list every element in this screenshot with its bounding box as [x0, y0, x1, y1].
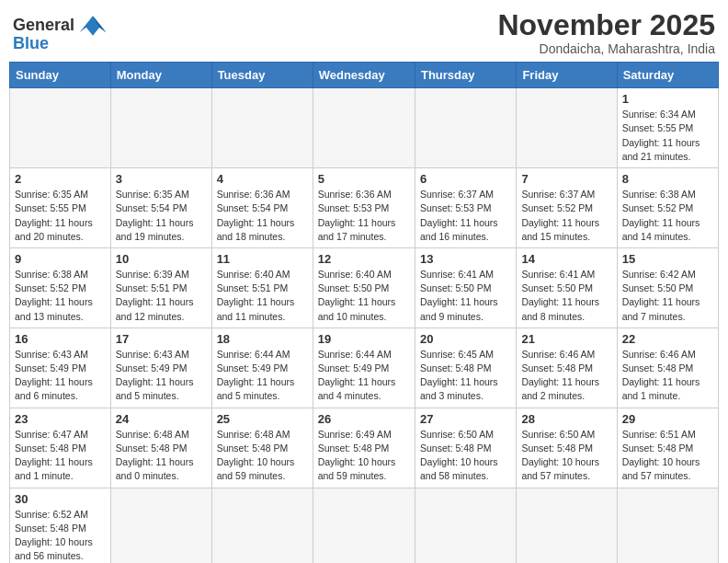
logo-bird-icon [76, 9, 109, 42]
calendar-cell: 3Sunrise: 6:35 AM Sunset: 5:54 PM Daylig… [110, 168, 211, 248]
calendar-cell [617, 488, 718, 563]
calendar-cell [415, 88, 516, 168]
day-info: Sunrise: 6:37 AM Sunset: 5:53 PM Dayligh… [420, 188, 511, 244]
day-info: Sunrise: 6:39 AM Sunset: 5:51 PM Dayligh… [116, 268, 207, 324]
calendar-cell [110, 88, 211, 168]
day-info: Sunrise: 6:51 AM Sunset: 5:48 PM Dayligh… [622, 428, 713, 484]
day-info: Sunrise: 6:47 AM Sunset: 5:48 PM Dayligh… [15, 428, 106, 484]
calendar-table: SundayMondayTuesdayWednesdayThursdayFrid… [9, 62, 719, 563]
calendar-cell [10, 88, 111, 168]
weekday-header-saturday: Saturday [617, 63, 718, 88]
day-info: Sunrise: 6:50 AM Sunset: 5:48 PM Dayligh… [420, 428, 511, 484]
calendar-cell: 24Sunrise: 6:48 AM Sunset: 5:48 PM Dayli… [110, 408, 211, 488]
day-number: 13 [420, 252, 511, 266]
day-info: Sunrise: 6:38 AM Sunset: 5:52 PM Dayligh… [622, 188, 713, 244]
calendar-cell [211, 88, 313, 168]
day-info: Sunrise: 6:42 AM Sunset: 5:50 PM Dayligh… [622, 268, 713, 324]
day-number: 30 [15, 492, 106, 506]
logo-text: General [13, 17, 74, 35]
day-number: 21 [521, 332, 611, 346]
weekday-header-row: SundayMondayTuesdayWednesdayThursdayFrid… [10, 63, 719, 88]
day-number: 9 [15, 252, 106, 266]
day-number: 15 [622, 252, 713, 266]
calendar-cell: 30Sunrise: 6:52 AM Sunset: 5:48 PM Dayli… [10, 488, 111, 563]
day-number: 17 [116, 332, 207, 346]
day-number: 8 [622, 172, 713, 186]
day-info: Sunrise: 6:52 AM Sunset: 5:48 PM Dayligh… [15, 508, 106, 563]
day-info: Sunrise: 6:43 AM Sunset: 5:49 PM Dayligh… [116, 348, 207, 404]
calendar-cell [517, 488, 617, 563]
day-number: 11 [217, 252, 308, 266]
day-info: Sunrise: 6:40 AM Sunset: 5:50 PM Dayligh… [318, 268, 410, 324]
calendar-cell: 19Sunrise: 6:44 AM Sunset: 5:49 PM Dayli… [313, 327, 415, 408]
day-info: Sunrise: 6:48 AM Sunset: 5:48 PM Dayligh… [116, 428, 207, 484]
weekday-header-wednesday: Wednesday [313, 63, 415, 88]
calendar-cell: 12Sunrise: 6:40 AM Sunset: 5:50 PM Dayli… [313, 247, 415, 327]
calendar-cell: 5Sunrise: 6:36 AM Sunset: 5:53 PM Daylig… [313, 168, 415, 248]
day-number: 18 [217, 332, 308, 346]
weekday-header-monday: Monday [110, 63, 211, 88]
logo-blue-text: Blue [13, 35, 49, 53]
calendar-cell: 15Sunrise: 6:42 AM Sunset: 5:50 PM Dayli… [617, 247, 718, 327]
day-info: Sunrise: 6:41 AM Sunset: 5:50 PM Dayligh… [420, 268, 511, 324]
day-number: 23 [15, 412, 106, 426]
day-number: 1 [622, 92, 713, 106]
calendar-cell [517, 88, 617, 168]
day-info: Sunrise: 6:49 AM Sunset: 5:48 PM Dayligh… [318, 428, 410, 484]
day-info: Sunrise: 6:48 AM Sunset: 5:48 PM Dayligh… [217, 428, 308, 484]
day-number: 25 [217, 412, 308, 426]
day-info: Sunrise: 6:37 AM Sunset: 5:52 PM Dayligh… [521, 188, 611, 244]
calendar-cell: 22Sunrise: 6:46 AM Sunset: 5:48 PM Dayli… [617, 327, 718, 408]
month-title: November 2025 [497, 9, 715, 41]
calendar-cell: 9Sunrise: 6:38 AM Sunset: 5:52 PM Daylig… [10, 247, 111, 327]
calendar-cell: 23Sunrise: 6:47 AM Sunset: 5:48 PM Dayli… [10, 408, 111, 488]
weekday-header-thursday: Thursday [415, 63, 516, 88]
day-number: 26 [318, 412, 410, 426]
calendar-cell: 7Sunrise: 6:37 AM Sunset: 5:52 PM Daylig… [517, 168, 617, 248]
calendar-cell: 21Sunrise: 6:46 AM Sunset: 5:48 PM Dayli… [517, 327, 617, 408]
calendar-cell [415, 488, 516, 563]
day-info: Sunrise: 6:40 AM Sunset: 5:51 PM Dayligh… [217, 268, 308, 324]
logo: General Blue [13, 9, 109, 53]
week-row-1: 1Sunrise: 6:34 AM Sunset: 5:55 PM Daylig… [10, 88, 719, 168]
day-info: Sunrise: 6:34 AM Sunset: 5:55 PM Dayligh… [622, 108, 713, 164]
calendar-cell: 13Sunrise: 6:41 AM Sunset: 5:50 PM Dayli… [415, 247, 516, 327]
calendar-cell [110, 488, 211, 563]
calendar-cell: 16Sunrise: 6:43 AM Sunset: 5:49 PM Dayli… [10, 327, 111, 408]
day-number: 29 [622, 412, 713, 426]
calendar-cell: 10Sunrise: 6:39 AM Sunset: 5:51 PM Dayli… [110, 247, 211, 327]
calendar-cell [313, 88, 415, 168]
week-row-3: 9Sunrise: 6:38 AM Sunset: 5:52 PM Daylig… [10, 247, 719, 327]
calendar-cell: 2Sunrise: 6:35 AM Sunset: 5:55 PM Daylig… [10, 168, 111, 248]
day-info: Sunrise: 6:35 AM Sunset: 5:54 PM Dayligh… [116, 188, 207, 244]
day-number: 24 [116, 412, 207, 426]
page-header: General Blue November 2025 Dondaicha, Ma… [9, 9, 719, 56]
calendar-cell: 4Sunrise: 6:36 AM Sunset: 5:54 PM Daylig… [211, 168, 313, 248]
weekday-header-tuesday: Tuesday [211, 63, 313, 88]
calendar-cell: 26Sunrise: 6:49 AM Sunset: 5:48 PM Dayli… [313, 408, 415, 488]
weekday-header-sunday: Sunday [10, 63, 111, 88]
day-number: 7 [521, 172, 611, 186]
location: Dondaicha, Maharashtra, India [497, 41, 715, 56]
calendar-cell: 6Sunrise: 6:37 AM Sunset: 5:53 PM Daylig… [415, 168, 516, 248]
calendar-cell: 20Sunrise: 6:45 AM Sunset: 5:48 PM Dayli… [415, 327, 516, 408]
calendar-cell: 11Sunrise: 6:40 AM Sunset: 5:51 PM Dayli… [211, 247, 313, 327]
day-info: Sunrise: 6:38 AM Sunset: 5:52 PM Dayligh… [15, 268, 106, 324]
day-info: Sunrise: 6:41 AM Sunset: 5:50 PM Dayligh… [521, 268, 611, 324]
calendar-cell [313, 488, 415, 563]
day-number: 12 [318, 252, 410, 266]
calendar-cell: 17Sunrise: 6:43 AM Sunset: 5:49 PM Dayli… [110, 327, 211, 408]
calendar-cell [211, 488, 313, 563]
day-info: Sunrise: 6:44 AM Sunset: 5:49 PM Dayligh… [318, 348, 410, 404]
calendar-cell: 8Sunrise: 6:38 AM Sunset: 5:52 PM Daylig… [617, 168, 718, 248]
day-info: Sunrise: 6:50 AM Sunset: 5:48 PM Dayligh… [521, 428, 611, 484]
day-number: 22 [622, 332, 713, 346]
calendar-cell: 29Sunrise: 6:51 AM Sunset: 5:48 PM Dayli… [617, 408, 718, 488]
day-info: Sunrise: 6:44 AM Sunset: 5:49 PM Dayligh… [217, 348, 308, 404]
day-number: 19 [318, 332, 410, 346]
day-number: 3 [116, 172, 207, 186]
day-number: 4 [217, 172, 308, 186]
day-info: Sunrise: 6:43 AM Sunset: 5:49 PM Dayligh… [15, 348, 106, 404]
calendar-cell: 14Sunrise: 6:41 AM Sunset: 5:50 PM Dayli… [517, 247, 617, 327]
day-info: Sunrise: 6:35 AM Sunset: 5:55 PM Dayligh… [15, 188, 106, 244]
